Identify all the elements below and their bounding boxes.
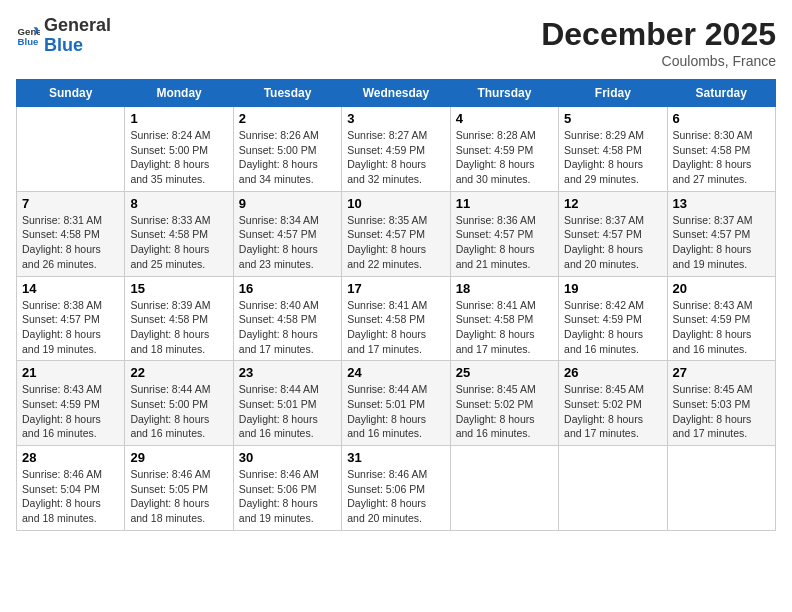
day-number: 31 [347,450,444,465]
calendar-cell: 11Sunrise: 8:36 AM Sunset: 4:57 PM Dayli… [450,191,558,276]
logo-text: General Blue [44,16,111,56]
title-block: December 2025 Coulombs, France [541,16,776,69]
day-info: Sunrise: 8:45 AM Sunset: 5:03 PM Dayligh… [673,382,770,441]
calendar-cell: 27Sunrise: 8:45 AM Sunset: 5:03 PM Dayli… [667,361,775,446]
calendar-cell: 25Sunrise: 8:45 AM Sunset: 5:02 PM Dayli… [450,361,558,446]
calendar-cell: 24Sunrise: 8:44 AM Sunset: 5:01 PM Dayli… [342,361,450,446]
day-number: 9 [239,196,336,211]
calendar-week-2: 7Sunrise: 8:31 AM Sunset: 4:58 PM Daylig… [17,191,776,276]
calendar-body: 1Sunrise: 8:24 AM Sunset: 5:00 PM Daylig… [17,107,776,531]
day-number: 13 [673,196,770,211]
header-cell-saturday: Saturday [667,80,775,107]
day-number: 29 [130,450,227,465]
calendar-cell: 9Sunrise: 8:34 AM Sunset: 4:57 PM Daylig… [233,191,341,276]
day-number: 4 [456,111,553,126]
day-number: 21 [22,365,119,380]
calendar-cell: 6Sunrise: 8:30 AM Sunset: 4:58 PM Daylig… [667,107,775,192]
header-row: SundayMondayTuesdayWednesdayThursdayFrid… [17,80,776,107]
day-info: Sunrise: 8:41 AM Sunset: 4:58 PM Dayligh… [456,298,553,357]
calendar-cell: 23Sunrise: 8:44 AM Sunset: 5:01 PM Dayli… [233,361,341,446]
page-header: General Blue General Blue December 2025 … [16,16,776,69]
day-number: 8 [130,196,227,211]
calendar-week-1: 1Sunrise: 8:24 AM Sunset: 5:00 PM Daylig… [17,107,776,192]
calendar-cell: 19Sunrise: 8:42 AM Sunset: 4:59 PM Dayli… [559,276,667,361]
calendar-cell: 8Sunrise: 8:33 AM Sunset: 4:58 PM Daylig… [125,191,233,276]
day-info: Sunrise: 8:38 AM Sunset: 4:57 PM Dayligh… [22,298,119,357]
logo-line1: General [44,16,111,36]
calendar-cell: 13Sunrise: 8:37 AM Sunset: 4:57 PM Dayli… [667,191,775,276]
header-cell-thursday: Thursday [450,80,558,107]
logo-icon: General Blue [16,24,40,48]
calendar-cell [559,446,667,531]
day-info: Sunrise: 8:46 AM Sunset: 5:05 PM Dayligh… [130,467,227,526]
calendar-cell: 18Sunrise: 8:41 AM Sunset: 4:58 PM Dayli… [450,276,558,361]
header-cell-monday: Monday [125,80,233,107]
day-info: Sunrise: 8:40 AM Sunset: 4:58 PM Dayligh… [239,298,336,357]
day-number: 18 [456,281,553,296]
day-number: 26 [564,365,661,380]
day-info: Sunrise: 8:24 AM Sunset: 5:00 PM Dayligh… [130,128,227,187]
calendar-cell: 22Sunrise: 8:44 AM Sunset: 5:00 PM Dayli… [125,361,233,446]
day-info: Sunrise: 8:33 AM Sunset: 4:58 PM Dayligh… [130,213,227,272]
calendar-cell: 14Sunrise: 8:38 AM Sunset: 4:57 PM Dayli… [17,276,125,361]
header-cell-sunday: Sunday [17,80,125,107]
calendar-cell [450,446,558,531]
day-number: 24 [347,365,444,380]
day-number: 22 [130,365,227,380]
calendar-cell: 30Sunrise: 8:46 AM Sunset: 5:06 PM Dayli… [233,446,341,531]
day-info: Sunrise: 8:42 AM Sunset: 4:59 PM Dayligh… [564,298,661,357]
day-info: Sunrise: 8:39 AM Sunset: 4:58 PM Dayligh… [130,298,227,357]
calendar-cell: 28Sunrise: 8:46 AM Sunset: 5:04 PM Dayli… [17,446,125,531]
day-info: Sunrise: 8:45 AM Sunset: 5:02 PM Dayligh… [456,382,553,441]
day-info: Sunrise: 8:26 AM Sunset: 5:00 PM Dayligh… [239,128,336,187]
day-info: Sunrise: 8:46 AM Sunset: 5:06 PM Dayligh… [239,467,336,526]
day-number: 1 [130,111,227,126]
header-cell-friday: Friday [559,80,667,107]
day-info: Sunrise: 8:45 AM Sunset: 5:02 PM Dayligh… [564,382,661,441]
location-subtitle: Coulombs, France [541,53,776,69]
day-number: 23 [239,365,336,380]
calendar-cell: 31Sunrise: 8:46 AM Sunset: 5:06 PM Dayli… [342,446,450,531]
day-info: Sunrise: 8:35 AM Sunset: 4:57 PM Dayligh… [347,213,444,272]
calendar-cell: 21Sunrise: 8:43 AM Sunset: 4:59 PM Dayli… [17,361,125,446]
month-title: December 2025 [541,16,776,53]
calendar-table: SundayMondayTuesdayWednesdayThursdayFrid… [16,79,776,531]
day-info: Sunrise: 8:29 AM Sunset: 4:58 PM Dayligh… [564,128,661,187]
day-info: Sunrise: 8:28 AM Sunset: 4:59 PM Dayligh… [456,128,553,187]
day-number: 28 [22,450,119,465]
logo: General Blue General Blue [16,16,111,56]
calendar-week-4: 21Sunrise: 8:43 AM Sunset: 4:59 PM Dayli… [17,361,776,446]
calendar-week-3: 14Sunrise: 8:38 AM Sunset: 4:57 PM Dayli… [17,276,776,361]
day-number: 25 [456,365,553,380]
calendar-cell: 7Sunrise: 8:31 AM Sunset: 4:58 PM Daylig… [17,191,125,276]
day-number: 15 [130,281,227,296]
day-info: Sunrise: 8:43 AM Sunset: 4:59 PM Dayligh… [673,298,770,357]
day-info: Sunrise: 8:44 AM Sunset: 5:00 PM Dayligh… [130,382,227,441]
logo-line2: Blue [44,35,83,55]
calendar-cell: 3Sunrise: 8:27 AM Sunset: 4:59 PM Daylig… [342,107,450,192]
calendar-cell [667,446,775,531]
calendar-cell: 5Sunrise: 8:29 AM Sunset: 4:58 PM Daylig… [559,107,667,192]
day-number: 10 [347,196,444,211]
day-number: 11 [456,196,553,211]
header-cell-wednesday: Wednesday [342,80,450,107]
day-number: 27 [673,365,770,380]
calendar-cell: 12Sunrise: 8:37 AM Sunset: 4:57 PM Dayli… [559,191,667,276]
day-info: Sunrise: 8:46 AM Sunset: 5:04 PM Dayligh… [22,467,119,526]
day-info: Sunrise: 8:41 AM Sunset: 4:58 PM Dayligh… [347,298,444,357]
day-number: 17 [347,281,444,296]
day-number: 19 [564,281,661,296]
calendar-cell [17,107,125,192]
day-number: 7 [22,196,119,211]
calendar-header: SundayMondayTuesdayWednesdayThursdayFrid… [17,80,776,107]
calendar-cell: 16Sunrise: 8:40 AM Sunset: 4:58 PM Dayli… [233,276,341,361]
day-info: Sunrise: 8:44 AM Sunset: 5:01 PM Dayligh… [239,382,336,441]
calendar-cell: 15Sunrise: 8:39 AM Sunset: 4:58 PM Dayli… [125,276,233,361]
calendar-cell: 17Sunrise: 8:41 AM Sunset: 4:58 PM Dayli… [342,276,450,361]
day-number: 6 [673,111,770,126]
header-cell-tuesday: Tuesday [233,80,341,107]
day-info: Sunrise: 8:34 AM Sunset: 4:57 PM Dayligh… [239,213,336,272]
day-number: 20 [673,281,770,296]
day-info: Sunrise: 8:43 AM Sunset: 4:59 PM Dayligh… [22,382,119,441]
calendar-cell: 4Sunrise: 8:28 AM Sunset: 4:59 PM Daylig… [450,107,558,192]
